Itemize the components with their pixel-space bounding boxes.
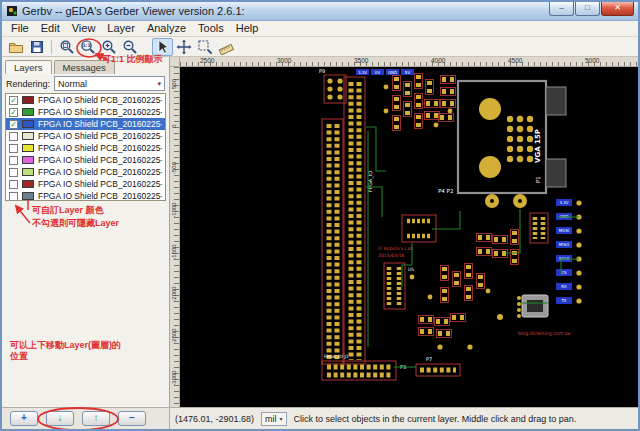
layer-list: ✓ FPGA IO Shield PCB_20160225- ✓ FPGA IO… [5,93,166,201]
layer-visibility-checkbox[interactable] [9,156,18,165]
tab-layers[interactable]: Layers [5,60,52,74]
menu-help[interactable]: Help [230,21,265,36]
move-layer-down-button[interactable]: ↓ [46,411,74,426]
cursor-coordinates: (1476.01, -2901.68) [175,414,254,424]
layer-color-swatch[interactable] [22,192,34,200]
svg-text:P4 P2: P4 P2 [438,188,453,194]
ruler-tick-label: -1500 [171,237,177,267]
layer-color-swatch[interactable] [22,108,34,116]
menu-view[interactable]: View [66,21,102,36]
zoom-box-tool-icon[interactable] [194,38,215,56]
layer-color-swatch[interactable] [22,144,34,152]
layer-label: FPGA IO Shield PCB_20160225- [38,107,162,117]
menubar: File Edit View Layer Analyze Tools Help [2,21,638,37]
close-button[interactable]: ✕ [601,2,634,16]
menu-layer[interactable]: Layer [101,21,141,36]
add-layer-button[interactable]: + [10,411,38,426]
remove-layer-button[interactable]: − [118,411,146,426]
svg-text:GND: GND [388,70,397,75]
rendering-value: Normal [58,79,87,89]
zoom-fit-icon[interactable] [56,38,77,56]
units-select[interactable]: mil ▾ [261,412,287,426]
ruler-tick-label: 5000 [585,57,599,64]
save-project-icon[interactable] [26,38,47,56]
svg-text:U5: U5 [408,267,414,272]
layer-buttons: + ↓ ↑ − [2,408,170,429]
minimize-button[interactable]: – [549,2,574,16]
toolbar: 1:1 [2,37,638,57]
svg-text:P9: P9 [319,68,325,74]
layer-visibility-checkbox[interactable] [9,144,18,153]
units-value: mil [265,414,277,424]
measure-tool-icon[interactable] [215,38,236,56]
menu-analyze[interactable]: Analyze [141,21,192,36]
annotation-color-note: 可自訂Layer 顏色 [32,205,104,216]
open-file-icon[interactable] [5,38,26,56]
layer-color-swatch[interactable] [22,168,34,176]
window-controls: – □ ✕ [548,2,634,20]
layer-visibility-checkbox[interactable] [9,168,18,177]
svg-text:MOSI: MOSI [559,228,569,233]
svg-text:TX: TX [560,298,566,303]
svg-text:3.3V: 3.3V [358,70,367,75]
layer-label: FPGA IO Shield PCB_20160225- [38,95,162,105]
pcb-component-cluster-bottom [410,264,503,350]
pcb-canvas[interactable]: .silk{fill:none;stroke:#c03838;stroke-wi… [180,67,638,407]
layer-row[interactable]: FPGA IO Shield PCB_20160225- [6,130,165,142]
layer-row-selected[interactable]: ✓ FPGA IO Shield PCB_20160225- [6,118,165,130]
maximize-button[interactable]: □ [575,2,600,16]
gerbv-window: Gerbv -- gEDA's Gerber Viewer version 2.… [0,0,640,431]
layer-row[interactable]: ✓ FPGA IO Shield PCB_20160225- [6,106,165,118]
app-icon [6,5,18,17]
ruler-tick-label: 3000 [277,57,291,64]
zoom-out-icon[interactable] [119,38,140,56]
annotation-move-note: 可以上下移動Layer(圖層)的位置 [10,340,122,362]
vertical-ruler: 500 0 -500 -1000 -1500 -2000 -2500 -3000 [170,67,180,407]
move-layer-up-button[interactable]: ↑ [82,411,110,426]
layer-label: FPGA IO Shield PCB_20160225- [38,167,162,177]
bottom-bar: + ↓ ↑ − (1476.01, -2901.68) mil ▾ Click … [2,407,638,429]
layer-color-swatch[interactable] [22,156,34,164]
svg-text:5V: 5V [405,70,411,75]
layer-visibility-checkbox[interactable]: ✓ [9,108,18,117]
ruler-tick-label: 4000 [431,57,445,64]
pan-tool-icon[interactable] [173,38,194,56]
ruler-tick-label: -2500 [171,321,177,351]
pointer-tool-icon[interactable] [152,38,173,56]
layer-row[interactable]: FPGA IO Shield PCB_20160225- [6,190,165,201]
layer-row[interactable]: FPGA IO Shield PCB_20160225- [6,166,165,178]
layer-visibility-checkbox[interactable]: ✓ [9,96,18,105]
pcb-component-cluster-right [477,213,549,265]
zoom-in-icon[interactable] [98,38,119,56]
ruler-tick-label: 4500 [508,57,522,64]
layer-visibility-checkbox[interactable] [9,192,18,201]
window-title: Gerbv -- gEDA's Gerber Viewer version 2.… [22,5,548,17]
zoom-1to1-icon[interactable]: 1:1 [77,38,98,56]
menu-tools[interactable]: Tools [192,21,230,36]
horizontal-ruler: 2500 3000 3500 4000 4500 5000 [180,57,638,67]
pcb-ic-u5: U5 [384,263,414,309]
menu-file[interactable]: File [5,21,35,36]
layer-row[interactable]: FPGA IO Shield PCB_20160225- [6,154,165,166]
layer-label: FPGA IO Shield PCB_20160225- [38,119,162,129]
layer-color-swatch[interactable] [22,180,34,188]
annotation-hide-note: 不勾選則可隱藏Layer [32,218,119,229]
menu-edit[interactable]: Edit [35,21,66,36]
rendering-select[interactable]: Normal ▾ [54,76,165,91]
layer-color-swatch[interactable] [22,120,34,128]
status-hint: Click to select objects in the current l… [294,414,577,424]
layer-visibility-checkbox[interactable] [9,180,18,189]
svg-text:IT Robotics Lab: IT Robotics Lab [378,246,413,251]
layer-row[interactable]: FPGA IO Shield PCB_20160225- [6,142,165,154]
layer-visibility-checkbox[interactable] [9,132,18,141]
statusbar: (1476.01, -2901.68) mil ▾ Click to selec… [170,408,638,429]
layer-label: FPGA IO Shield PCB_20160225- [38,179,162,189]
svg-text:VGA 15P: VGA 15P [534,129,542,163]
layer-visibility-checkbox[interactable]: ✓ [9,120,18,129]
layer-color-swatch[interactable] [22,132,34,140]
layer-color-swatch[interactable] [22,96,34,104]
svg-text:CS: CS [561,270,567,275]
pcb-header-p9: P9 [319,68,346,103]
layer-row[interactable]: ✓ FPGA IO Shield PCB_20160225- [6,94,165,106]
layer-row[interactable]: FPGA IO Shield PCB_20160225- [6,178,165,190]
